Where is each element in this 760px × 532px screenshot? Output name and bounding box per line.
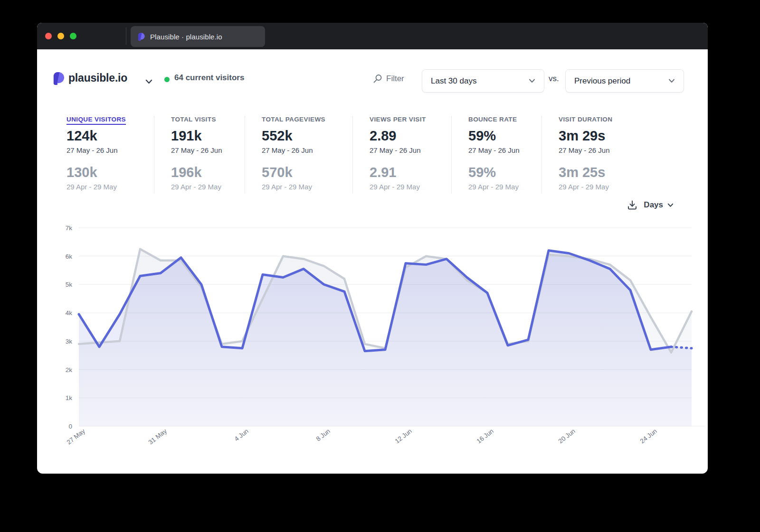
y-axis-label: 0	[68, 423, 72, 430]
download-icon[interactable]	[627, 199, 638, 211]
comparison-value: Previous period	[574, 76, 630, 86]
plausible-favicon-icon	[137, 32, 145, 41]
interval-value: Days	[644, 200, 663, 210]
svg-text:31 May: 31 May	[147, 427, 168, 446]
date-range-selector[interactable]: Last 30 days	[422, 69, 544, 93]
x-axis-label: 24 Jun	[639, 428, 658, 445]
live-visitors-dot	[164, 77, 170, 82]
x-axis-label: 12 Jun	[394, 428, 413, 445]
vs-label: vs.	[549, 74, 559, 84]
y-axis-label: 6k	[66, 253, 73, 260]
metric-bounce-rate[interactable]: BOUNCE RATE 59% 27 May - 26 Jun 59% 29 A…	[468, 116, 542, 194]
svg-text:8 Jun: 8 Jun	[315, 428, 332, 443]
metric-total-visits[interactable]: TOTAL VISITS 191k 27 May - 26 Jun 196k 2…	[171, 116, 245, 194]
chevron-down-icon	[667, 203, 674, 207]
metric-visit-duration[interactable]: VISIT DURATION 3m 29s 27 May - 26 Jun 3m…	[559, 116, 677, 194]
metric-views-per-visit[interactable]: VIEWS PER VISIT 2.89 27 May - 26 Jun 2.9…	[370, 116, 452, 194]
x-axis-label: 20 Jun	[557, 428, 577, 445]
top-stats: UNIQUE VISITORS 124k 27 May - 26 Jun 130…	[66, 116, 689, 194]
svg-text:12 Jun: 12 Jun	[394, 428, 413, 445]
current-period-area	[79, 251, 692, 426]
tab-divider	[126, 28, 126, 45]
browser-tab[interactable]: Plausible · plausible.io	[131, 26, 265, 47]
filter-label: Filter	[386, 74, 404, 84]
fullscreen-window-button[interactable]	[70, 33, 76, 39]
svg-text:27 May: 27 May	[66, 427, 86, 446]
y-axis-label: 5k	[66, 281, 73, 288]
tab-title: Plausible · plausible.io	[150, 33, 222, 41]
close-window-button[interactable]	[45, 33, 52, 39]
svg-text:24 Jun: 24 Jun	[639, 428, 658, 445]
comparison-selector[interactable]: Previous period	[565, 69, 684, 93]
date-range-value: Last 30 days	[431, 76, 476, 86]
browser-titlebar: Plausible · plausible.io	[37, 23, 708, 49]
y-axis-label: 1k	[66, 394, 73, 401]
svg-text:20 Jun: 20 Jun	[557, 428, 577, 445]
search-icon	[373, 74, 382, 84]
x-axis-label: 8 Jun	[315, 428, 332, 443]
x-axis-label: 16 Jun	[475, 428, 495, 445]
metric-unique-visitors[interactable]: UNIQUE VISITORS 124k 27 May - 26 Jun 130…	[66, 116, 154, 194]
minimize-window-button[interactable]	[57, 33, 64, 39]
x-axis-label: 4 Jun	[233, 428, 250, 443]
filter-button[interactable]: Filter	[373, 74, 404, 84]
browser-window: Plausible · plausible.io plausible.io 64…	[37, 23, 708, 474]
y-axis-label: 7k	[66, 224, 73, 232]
y-axis-label: 4k	[66, 309, 73, 317]
site-chevron-down-icon[interactable]	[145, 77, 152, 86]
site-switcher[interactable]: plausible.io	[68, 72, 127, 84]
svg-text:4 Jun: 4 Jun	[233, 428, 250, 443]
x-axis-label: 27 May	[66, 427, 86, 446]
current-visitors-count[interactable]: 64 current visitors	[174, 73, 244, 83]
plausible-logo-icon	[52, 71, 65, 88]
interval-selector[interactable]: Days	[644, 200, 674, 210]
visitors-chart[interactable]: 01k2k3k4k5k6k7k27 May31 May4 Jun8 Jun12 …	[37, 218, 708, 474]
window-controls	[45, 33, 76, 39]
x-axis-label: 31 May	[147, 427, 168, 446]
chart-controls: Days	[627, 199, 674, 211]
svg-text:16 Jun: 16 Jun	[475, 428, 495, 445]
chevron-down-icon	[668, 79, 675, 83]
dashboard-header: plausible.io 64 current visitors Filter …	[37, 49, 708, 108]
y-axis-label: 2k	[66, 366, 73, 373]
y-axis-label: 3k	[66, 338, 73, 345]
metric-total-pageviews[interactable]: TOTAL PAGEVIEWS 552k 27 May - 26 Jun 570…	[262, 116, 353, 194]
chevron-down-icon	[529, 79, 535, 83]
